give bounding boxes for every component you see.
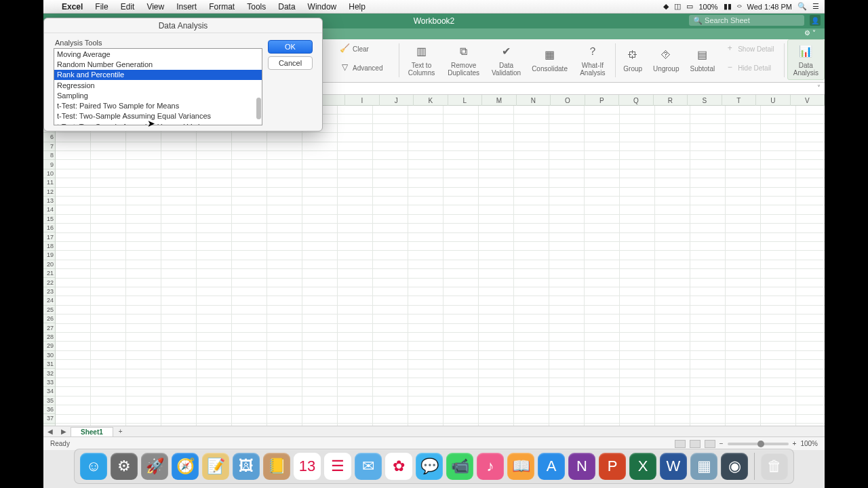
ungroup-button[interactable]: ⯑Ungroup <box>648 39 684 80</box>
dock-app1[interactable]: ▦ <box>690 453 717 480</box>
dock-reminders[interactable]: ☰ <box>324 453 351 480</box>
dock-safari[interactable]: 🧭 <box>172 453 199 480</box>
row-16[interactable]: 16 <box>43 224 55 232</box>
advanced-button[interactable]: ▽Advanced <box>335 58 396 77</box>
menu-insert[interactable]: Insert <box>170 2 203 12</box>
dock-itunes[interactable]: ♪ <box>477 453 504 480</box>
clear-button[interactable]: 🧹Clear <box>335 39 396 58</box>
dock-mail[interactable]: ✉ <box>355 453 382 480</box>
spotlight-icon[interactable]: 🔍 <box>797 2 807 11</box>
analysis-tool-item[interactable]: t-Test: Two-Sample Assuming Unequal Vari… <box>54 121 262 125</box>
analysis-tool-item[interactable]: t-Test: Paired Two Sample for Means <box>54 100 262 110</box>
sheet-nav-prev[interactable]: ◀ <box>43 428 57 435</box>
row-17[interactable]: 17 <box>43 232 55 241</box>
dock-finder[interactable]: ☺ <box>80 453 107 480</box>
menu-data[interactable]: Data <box>272 2 301 12</box>
fbar-expand-icon[interactable]: ˅ <box>817 84 821 92</box>
dock-facetime[interactable]: 📹 <box>446 453 473 480</box>
row-11[interactable]: 11 <box>43 178 55 187</box>
dock-calendar[interactable]: 13 <box>294 453 321 480</box>
row-24[interactable]: 24 <box>43 296 55 305</box>
row-12[interactable]: 12 <box>43 188 55 197</box>
sync-icon[interactable]: ◫ <box>674 2 681 11</box>
row-8[interactable]: 8 <box>43 151 55 160</box>
text-to-columns-button[interactable]: ▥Text to Columns <box>402 39 441 80</box>
dock-photos[interactable]: ✿ <box>385 453 412 480</box>
dock-trash[interactable]: 🗑 <box>761 453 788 480</box>
col-Q[interactable]: Q <box>619 95 654 106</box>
ok-button[interactable]: OK <box>268 40 313 54</box>
analysis-tool-item[interactable]: t-Test: Two-Sample Assuming Equal Varian… <box>54 111 262 121</box>
notifications-icon[interactable]: ☰ <box>812 2 819 11</box>
col-N[interactable]: N <box>517 95 551 106</box>
group-button[interactable]: ⯐Group <box>618 39 648 80</box>
col-O[interactable]: O <box>551 95 585 106</box>
row-6[interactable]: 6 <box>43 133 55 142</box>
dock-settings[interactable]: ⚙ <box>111 453 138 480</box>
col-V[interactable]: V <box>791 95 825 106</box>
col-L[interactable]: L <box>448 95 483 106</box>
dock-preview[interactable]: 🖼 <box>233 453 260 480</box>
user-avatar[interactable]: 👤 <box>810 15 821 26</box>
sheet-tab-active[interactable]: Sheet1 <box>71 427 113 436</box>
row-23[interactable]: 23 <box>43 287 55 296</box>
ribbon-collapse-icon[interactable]: ⚙ ˅ <box>804 29 818 39</box>
menu-tools[interactable]: Tools <box>241 2 272 12</box>
dock-launchpad[interactable]: 🚀 <box>141 453 168 480</box>
row-30[interactable]: 30 <box>43 351 55 360</box>
view-normal-button[interactable] <box>675 440 686 448</box>
row-28[interactable]: 28 <box>43 333 55 342</box>
row-26[interactable]: 26 <box>43 314 55 323</box>
dock-notes[interactable]: 📝 <box>202 453 229 480</box>
row-37[interactable]: 37 <box>43 414 55 423</box>
col-P[interactable]: P <box>585 95 620 106</box>
row-34[interactable]: 34 <box>43 387 55 396</box>
remove-duplicates-button[interactable]: ⧉Remove Duplicates <box>441 39 486 80</box>
sheet-nav-next[interactable]: ▶ <box>57 428 71 435</box>
dropbox-icon[interactable]: ◆ <box>663 2 669 11</box>
cancel-button[interactable]: Cancel <box>268 56 313 70</box>
menu-view[interactable]: View <box>140 2 170 12</box>
dock-messages[interactable]: 💬 <box>416 453 443 480</box>
row-31[interactable]: 31 <box>43 360 55 369</box>
clock[interactable]: Wed 1:48 PM <box>747 3 792 11</box>
zoom-in-button[interactable]: + <box>793 440 797 447</box>
analysis-tool-item[interactable]: Moving Average <box>54 49 262 59</box>
add-sheet-button[interactable]: + <box>113 428 128 435</box>
zoom-slider[interactable] <box>728 443 789 445</box>
data-validation-button[interactable]: ✔Data Validation <box>486 39 526 80</box>
dock-powerpoint[interactable]: P <box>599 453 626 480</box>
menu-window[interactable]: Window <box>302 2 343 12</box>
analysis-tool-item[interactable]: Sampling <box>54 90 262 100</box>
col-R[interactable]: R <box>654 95 688 106</box>
menu-format[interactable]: Format <box>203 2 241 12</box>
zoom-out-button[interactable]: − <box>719 440 724 447</box>
row-13[interactable]: 13 <box>43 197 55 205</box>
view-layout-button[interactable] <box>690 440 701 448</box>
row-21[interactable]: 21 <box>43 269 55 278</box>
consolidate-button[interactable]: ▦Consolidate <box>526 39 573 80</box>
row-9[interactable]: 9 <box>43 160 55 169</box>
col-U[interactable]: U <box>756 95 791 106</box>
row-27[interactable]: 27 <box>43 323 55 332</box>
analysis-tool-item[interactable]: Rank and Percentile <box>54 70 262 80</box>
col-I[interactable]: I <box>345 95 380 106</box>
list-scrollbar[interactable] <box>256 98 261 119</box>
menu-file[interactable]: File <box>89 2 114 12</box>
wifi-icon[interactable]: ⌔ <box>737 3 742 11</box>
analysis-tools-list[interactable]: Moving AverageRandom Number GenerationRa… <box>54 48 262 125</box>
row-20[interactable]: 20 <box>43 260 55 269</box>
col-K[interactable]: K <box>414 95 448 106</box>
dock-appstore[interactable]: A <box>538 453 565 480</box>
row-25[interactable]: 25 <box>43 306 55 314</box>
row-15[interactable]: 15 <box>43 215 55 224</box>
row-32[interactable]: 32 <box>43 369 55 378</box>
data-analysis-button[interactable]: 📊Data Analysis <box>787 39 825 80</box>
row-10[interactable]: 10 <box>43 169 55 178</box>
display-icon[interactable]: ▭ <box>686 2 693 11</box>
row-33[interactable]: 33 <box>43 378 55 387</box>
col-M[interactable]: M <box>482 95 517 106</box>
search-sheet-input[interactable]: 🔍 Search Sheet <box>689 15 804 26</box>
cells-area[interactable] <box>56 106 825 426</box>
menu-help[interactable]: Help <box>342 2 372 12</box>
